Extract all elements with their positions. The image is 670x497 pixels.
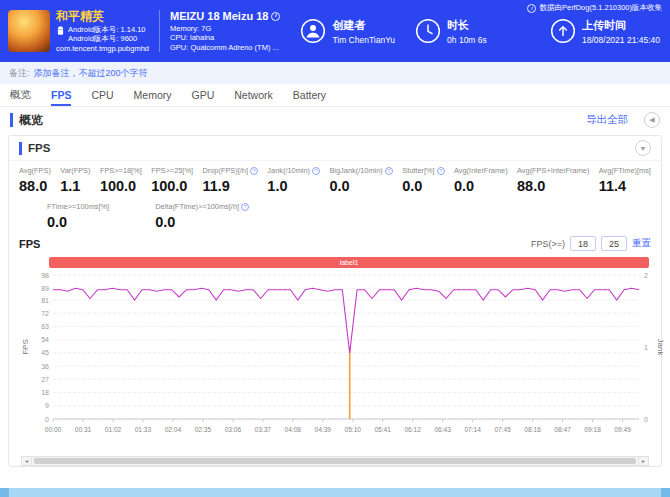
stat-avg-fps: Avg(FPS) 88.0: [19, 166, 51, 194]
upload-time-label: 上传时间: [582, 18, 660, 33]
svg-text:01:33: 01:33: [135, 426, 152, 433]
collapse-left-button[interactable]: ◀: [644, 112, 660, 128]
upload-icon: [550, 18, 576, 44]
chart-horizontal-scrollbar: ◄ ►: [21, 456, 649, 466]
svg-text:09:18: 09:18: [584, 426, 601, 433]
svg-text:0: 0: [45, 416, 49, 423]
svg-text:08:16: 08:16: [524, 426, 541, 433]
svg-text:03:37: 03:37: [255, 426, 272, 433]
stat-bigjank: BigJank(/10min)? 0.0: [329, 166, 392, 194]
svg-text:07:14: 07:14: [464, 426, 481, 433]
help-icon[interactable]: ?: [241, 203, 249, 211]
note-bar: 备注: 添加备注，不超过200个字符: [0, 62, 670, 84]
stat-avg-fps-interframe: Avg(FPS+InterFrame) 88.0: [517, 166, 589, 194]
fps-chart-title: FPS: [19, 238, 40, 250]
android-icon: [56, 25, 65, 37]
stat-fps-ge-18: FPS>=18[%] 100.0: [100, 166, 142, 194]
tab-fps[interactable]: FPS: [51, 84, 71, 106]
fps-ge-label: FPS(>=): [531, 239, 565, 249]
scroll-right-button[interactable]: ►: [638, 456, 649, 466]
stat-avg-ftime: Avg(FTime)[ms] 11.4: [599, 166, 651, 194]
tab-cpu[interactable]: CPU: [91, 84, 113, 106]
clock-icon: [415, 18, 441, 44]
stat-var-fps: Var(FPS) 1.1: [60, 166, 90, 194]
svg-text:1: 1: [644, 344, 648, 351]
fps-line-chart[interactable]: 988981726354453627189021000:0000:3101:02…: [19, 269, 665, 455]
help-icon[interactable]: ?: [312, 167, 320, 175]
svg-text:04:08: 04:08: [285, 426, 302, 433]
svg-text:72: 72: [41, 310, 49, 317]
fps-stats-row1: Avg(FPS) 88.0 Var(FPS) 1.1 FPS>=18[%] 10…: [19, 166, 651, 194]
svg-text:18: 18: [41, 389, 49, 396]
range-handle-left[interactable]: [0, 488, 9, 497]
svg-text:98: 98: [41, 272, 49, 279]
export-all-link[interactable]: 导出全部: [586, 113, 628, 127]
scroll-left-button[interactable]: ◄: [21, 456, 32, 466]
collect-note-text: 数据由PerfDog(5.1.210300)版本收集: [539, 3, 662, 13]
svg-text:05:10: 05:10: [345, 426, 362, 433]
svg-text:00:31: 00:31: [75, 426, 92, 433]
fps-panel-header: FPS ▼: [9, 136, 661, 161]
android-build: Android版本号: 9600: [68, 34, 146, 43]
svg-text:02:35: 02:35: [195, 426, 212, 433]
series-legend-label1[interactable]: label1: [49, 257, 649, 268]
fps-stats: Avg(FPS) 88.0 Var(FPS) 1.1 FPS>=18[%] 10…: [9, 161, 661, 230]
scrollbar-track[interactable]: [32, 456, 638, 466]
creator-block: 创建者 Tim ChenTianYu: [300, 18, 395, 45]
svg-text:0: 0: [644, 416, 648, 423]
help-icon[interactable]: ?: [250, 167, 258, 175]
device-cpu: CPU: lahaina: [170, 33, 280, 43]
svg-text:63: 63: [41, 323, 49, 330]
svg-text:04:39: 04:39: [315, 426, 332, 433]
svg-text:00:00: 00:00: [45, 426, 62, 433]
tab-battery[interactable]: Battery: [293, 84, 326, 106]
svg-text:02:04: 02:04: [165, 426, 182, 433]
duration-value: 0h 10m 6s: [447, 35, 487, 45]
svg-text:36: 36: [41, 363, 49, 370]
top-header: 和平精英 Android版本号: 1.14.10 Android版本号: 960…: [0, 0, 670, 62]
reset-button[interactable]: 重置: [632, 237, 651, 250]
info-icon: i: [527, 4, 536, 13]
fps-stats-row2: FTime>=100ms[%] 0.0 Delta(FTime)>=100ms[…: [47, 202, 651, 230]
panel-collapse-button[interactable]: ▼: [635, 140, 651, 156]
time-range-selector[interactable]: [0, 488, 670, 497]
fps-threshold-input-1[interactable]: [570, 236, 596, 251]
stat-stutter: Stutter[%]? 0.0: [402, 166, 444, 194]
svg-text:01:02: 01:02: [105, 426, 122, 433]
svg-text:81: 81: [41, 297, 49, 304]
android-version: Android版本号: 1.14.10: [68, 25, 146, 34]
tab-gpu[interactable]: GPU: [192, 84, 215, 106]
creator-name: Tim ChenTianYu: [332, 35, 395, 45]
tab-overview[interactable]: 概览: [10, 84, 31, 106]
device-info-icon[interactable]: i: [271, 12, 280, 21]
upload-time-value: 18/08/2021 21:45:40: [582, 35, 660, 45]
svg-text:89: 89: [41, 285, 49, 292]
fps-threshold-controls: FPS(>=) 重置: [531, 236, 651, 251]
scrollbar-thumb[interactable]: [34, 458, 636, 464]
help-icon[interactable]: ?: [385, 167, 393, 175]
fps-panel: FPS ▼ Avg(FPS) 88.0 Var(FPS) 1.1 FPS>=18…: [8, 135, 662, 467]
upload-time-block: 上传时间 18/08/2021 21:45:40: [550, 18, 660, 45]
help-icon[interactable]: ?: [437, 167, 445, 175]
svg-text:06:43: 06:43: [434, 426, 451, 433]
collect-note: i 数据由PerfDog(5.1.210300)版本收集: [527, 3, 662, 13]
tab-network[interactable]: Network: [234, 84, 273, 106]
svg-text:09:49: 09:49: [614, 426, 631, 433]
svg-text:03:06: 03:06: [225, 426, 242, 433]
fps-chart-section: FPS FPS(>=) 重置 label1 988981726354453627…: [9, 230, 661, 466]
creator-label: 创建者: [332, 18, 395, 33]
device-info-block: MEIZU 18 Meizu 18 i Memory: 7G CPU: laha…: [170, 9, 280, 53]
svg-text:45: 45: [41, 349, 49, 356]
duration-block: 时长 0h 10m 6s: [415, 18, 487, 45]
stat-delta-ftime: Delta(FTime)>=100ms[/h]? 0.0: [155, 202, 249, 230]
add-note-link[interactable]: 添加备注，不超过200个字符: [34, 67, 148, 80]
svg-text:08:47: 08:47: [554, 426, 571, 433]
overview-section-bar: 概览 导出全部 ◀: [0, 107, 670, 133]
game-icon: [8, 10, 50, 52]
perfdog-report-page: { "colors": { "header_blue": "#2b45f0", …: [0, 0, 670, 497]
range-handle-right[interactable]: [661, 488, 670, 497]
svg-text:05:41: 05:41: [374, 426, 391, 433]
svg-text:54: 54: [41, 336, 49, 343]
tab-memory[interactable]: Memory: [134, 84, 172, 106]
fps-threshold-input-2[interactable]: [601, 236, 627, 251]
